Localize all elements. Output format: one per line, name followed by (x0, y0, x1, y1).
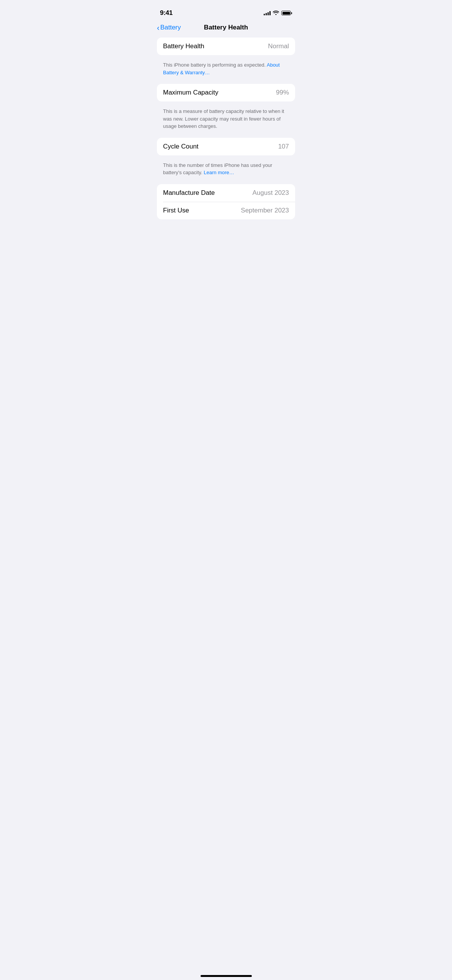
max-capacity-card: Maximum Capacity 99% (157, 84, 295, 101)
battery-icon (281, 11, 292, 15)
back-chevron-icon: ‹ (157, 23, 160, 32)
first-use-value: September 2023 (241, 207, 289, 214)
status-bar: 9:41 (151, 0, 301, 21)
cycle-count-learn-more-link[interactable]: Learn more… (204, 170, 234, 175)
battery-health-description-text: This iPhone battery is performing as exp… (163, 62, 267, 68)
max-capacity-description-text: This is a measure of battery capacity re… (163, 108, 284, 129)
cycle-count-description: This is the number of times iPhone has u… (157, 158, 295, 184)
max-capacity-value: 99% (276, 89, 289, 96)
navigation-bar: ‹ Battery Battery Health (151, 21, 301, 38)
back-button[interactable]: ‹ Battery (157, 23, 181, 32)
battery-health-label: Battery Health (163, 42, 204, 50)
battery-health-card: Battery Health Normal (157, 38, 295, 55)
cycle-count-row: Cycle Count 107 (157, 138, 295, 155)
max-capacity-label: Maximum Capacity (163, 89, 219, 96)
manufacture-date-row: Manufacture Date August 2023 (157, 184, 295, 202)
max-capacity-row: Maximum Capacity 99% (157, 84, 295, 101)
wifi-icon (273, 10, 279, 16)
battery-health-description: This iPhone battery is performing as exp… (157, 58, 295, 84)
signal-icon (264, 11, 271, 15)
signal-bar-1 (264, 14, 265, 15)
dates-card: Manufacture Date August 2023 First Use S… (157, 184, 295, 219)
first-use-label: First Use (163, 207, 189, 214)
cycle-count-value: 107 (278, 143, 289, 150)
signal-bar-3 (268, 12, 269, 15)
signal-bar-2 (266, 13, 267, 15)
battery-health-value: Normal (268, 42, 289, 50)
battery-health-row: Battery Health Normal (157, 38, 295, 55)
signal-bar-4 (269, 11, 271, 15)
back-button-label: Battery (160, 24, 181, 31)
status-icons (264, 10, 292, 16)
page-title: Battery Health (204, 24, 248, 31)
max-capacity-description: This is a measure of battery capacity re… (157, 105, 295, 138)
status-time: 9:41 (160, 9, 173, 17)
first-use-row: First Use September 2023 (157, 202, 295, 219)
manufacture-date-value: August 2023 (253, 189, 289, 197)
cycle-count-card: Cycle Count 107 (157, 138, 295, 155)
cycle-count-label: Cycle Count (163, 143, 199, 150)
main-content: Battery Health Normal This iPhone batter… (151, 38, 301, 219)
manufacture-date-label: Manufacture Date (163, 189, 215, 197)
